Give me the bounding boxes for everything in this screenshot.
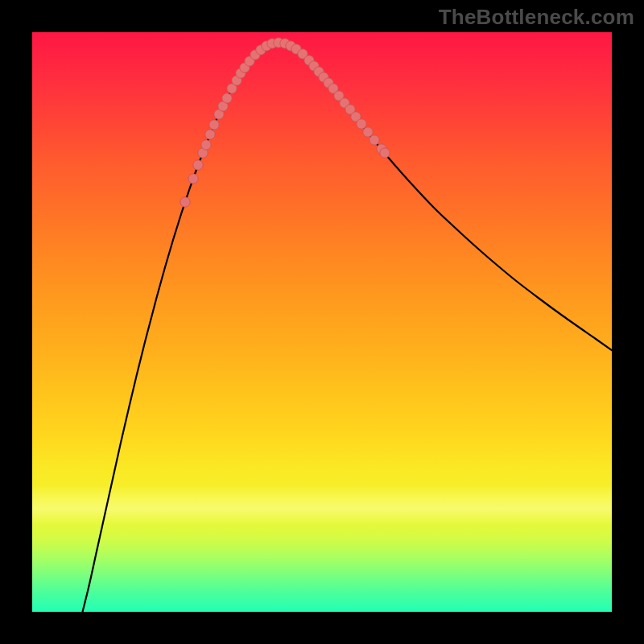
data-dot <box>380 148 390 158</box>
data-dot <box>188 174 198 184</box>
watermark-text: TheBottleneck.com <box>439 5 634 30</box>
data-dot <box>201 140 211 150</box>
data-dot <box>369 135 379 145</box>
data-dot <box>357 119 366 129</box>
chart-frame: TheBottleneck.com <box>0 0 644 644</box>
data-dot <box>222 93 232 103</box>
data-dot <box>209 120 219 130</box>
plot-area <box>32 32 612 612</box>
bottleneck-curve <box>80 43 612 612</box>
curve-layer <box>32 32 612 612</box>
data-dot <box>363 127 373 137</box>
data-dot <box>205 130 215 139</box>
data-dot <box>193 160 203 170</box>
data-dots <box>180 38 390 207</box>
data-dot <box>180 197 190 207</box>
